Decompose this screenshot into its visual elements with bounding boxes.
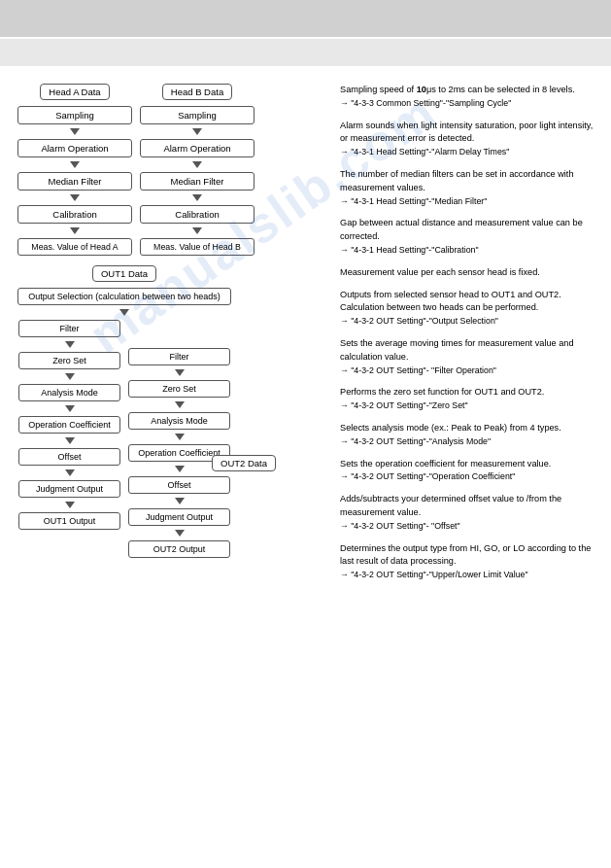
desc-offset-ref: → "4-3-2 OUT Setting"- "Offset" xyxy=(340,521,460,531)
out-output-selection: Output Selection (calculation between tw… xyxy=(17,288,231,305)
out1-judgment: Judgment Output xyxy=(18,480,120,498)
out1-column: OUT1 Data Output Selection (calculation … xyxy=(17,265,231,558)
desc-alarm: Alarm sounds when light intensity satura… xyxy=(340,120,594,159)
arrow-down-12 xyxy=(65,405,75,412)
arrow-down-21 xyxy=(175,530,185,537)
out1-output: OUT1 Output xyxy=(18,512,120,530)
head-a-calibration: Calibration xyxy=(17,205,132,224)
head-b-column: Head B Data Sampling Alarm Operation Med… xyxy=(140,84,255,256)
page-header xyxy=(0,0,611,37)
arrow-down-19 xyxy=(175,466,185,472)
out2-filter: Filter xyxy=(128,348,230,365)
out1-operation-coeff: Operation Coefficient xyxy=(18,416,120,434)
desc-filter: Sets the average moving times for measur… xyxy=(340,337,594,377)
out-section: OUT1 Data Output Selection (calculation … xyxy=(17,265,328,558)
desc-output-sel-text: Outputs from selected sensor head to OUT… xyxy=(340,290,561,313)
desc-meas: Measurement value per each sensor head i… xyxy=(340,266,594,280)
meas-b: Meas. Value of Head B xyxy=(140,238,255,256)
right-panel: Sampling speed of 10μs to 2ms can be sel… xyxy=(328,84,594,591)
arrow-down-1 xyxy=(70,128,80,135)
desc-judgment-ref: → "4-3-2 OUT Setting"-"Upper/Lower Limit… xyxy=(340,570,528,579)
desc-alarm-text: Alarm sounds when light intensity satura… xyxy=(340,121,593,144)
desc-judgment-text: Determines the output type from HI, GO, … xyxy=(340,543,591,567)
head-a-sampling: Sampling xyxy=(17,106,132,124)
head-b-median: Median Filter xyxy=(140,172,255,191)
arrow-down-11 xyxy=(65,373,75,380)
desc-filter-text: Sets the average moving times for measur… xyxy=(340,338,574,362)
desc-op-coeff: Sets the operation coefficient for measu… xyxy=(340,458,594,485)
head-a-median: Median Filter xyxy=(17,172,132,191)
out2-analysis-mode: Analysis Mode xyxy=(128,412,230,430)
out1-filter: Filter xyxy=(18,320,120,337)
arrow-down-18 xyxy=(175,434,185,440)
out2-offset: Offset xyxy=(128,476,230,494)
desc-offset-text: Adds/subtracts your determined offset va… xyxy=(340,494,561,517)
desc-zero-set: Performs the zero set function for OUT1 … xyxy=(340,386,594,413)
desc-filter-ref: → "4-3-2 OUT Setting"- "Filter Operation… xyxy=(340,365,496,375)
out1-offset: Offset xyxy=(18,448,120,466)
desc-zero-set-text: Performs the zero set function for OUT1 … xyxy=(340,387,544,397)
arrow-down-10 xyxy=(65,341,75,348)
desc-calibration-text: Gap between actual distance and measurem… xyxy=(340,218,583,241)
out1-zero-set: Zero Set xyxy=(18,352,120,369)
head-a-alarm: Alarm Operation xyxy=(17,139,132,157)
desc-zero-set-ref: → "4-3-2 OUT Setting"-"Zero Set" xyxy=(340,400,468,410)
meas-a: Meas. Value of Head A xyxy=(17,238,132,256)
desc-analysis-text: Selects analysis mode (ex.: Peak to Peak… xyxy=(340,423,561,433)
desc-alarm-ref: → "4-3-1 Head Setting"-"Alarm Delay Time… xyxy=(340,147,509,156)
desc-median: The number of median filters can be set … xyxy=(340,168,594,208)
desc-op-coeff-text: Sets the operation coefficient for measu… xyxy=(340,459,551,469)
desc-meas-text: Measurement value per each sensor head i… xyxy=(340,267,540,277)
head-a-column: Head A Data Sampling Alarm Operation Med… xyxy=(17,84,132,256)
desc-calibration: Gap between actual distance and measurem… xyxy=(340,217,594,257)
head-b-alarm: Alarm Operation xyxy=(140,139,255,157)
arrow-down-17 xyxy=(175,401,185,408)
desc-median-ref: → "4-3-1 Head Setting"-"Median Filter" xyxy=(340,196,487,206)
out2-zero-set: Zero Set xyxy=(128,380,230,398)
desc-analysis-ref: → "4-3-2 OUT Setting"-"Analysis Mode" xyxy=(340,436,491,446)
desc-output-sel-ref: → "4-3-2 OUT Setting"-"Output Selection" xyxy=(340,316,498,326)
desc-output-sel: Outputs from selected sensor head to OUT… xyxy=(340,289,594,329)
desc-op-coeff-ref: → "4-3-2 OUT Setting"-"Operation Coeffic… xyxy=(340,471,515,481)
desc-offset: Adds/subtracts your determined offset va… xyxy=(340,493,594,533)
out2-label-overlay: OUT2 Data xyxy=(212,455,276,471)
arrow-down-14 xyxy=(65,469,75,476)
head-b-sampling: Sampling xyxy=(140,106,255,124)
arrow-down-6 xyxy=(192,161,202,168)
left-panel: Head A Data Sampling Alarm Operation Med… xyxy=(17,84,328,591)
arrow-down-16 xyxy=(175,369,185,376)
desc-analysis: Selects analysis mode (ex.: Peak to Peak… xyxy=(340,422,594,449)
head-section: Head A Data Sampling Alarm Operation Med… xyxy=(17,84,328,256)
arrow-down-15 xyxy=(65,502,75,508)
page-sub-header xyxy=(0,39,611,66)
desc-sampling-text: Sampling speed of 10μs to 2ms can be sel… xyxy=(340,85,575,94)
head-a-label: Head A Data xyxy=(40,84,109,100)
out1-label: OUT1 Data xyxy=(92,265,156,282)
arrow-down-9 xyxy=(119,309,129,316)
head-b-label: Head B Data xyxy=(162,84,232,100)
desc-sampling-ref: → "4-3-3 Common Setting"-"Sampling Cycle… xyxy=(340,98,511,108)
arrow-down-13 xyxy=(65,437,75,444)
out2-output: OUT2 Output xyxy=(128,540,230,558)
arrow-down-8 xyxy=(192,227,202,234)
arrow-down-3 xyxy=(70,194,80,201)
desc-median-text: The number of median filters can be set … xyxy=(340,169,574,192)
desc-calibration-ref: → "4-3-1 Head Setting"-"Calibration" xyxy=(340,245,479,255)
out1-analysis-mode: Analysis Mode xyxy=(18,384,120,401)
arrow-down-7 xyxy=(192,194,202,201)
head-b-calibration: Calibration xyxy=(140,205,255,224)
desc-sampling: Sampling speed of 10μs to 2ms can be sel… xyxy=(340,84,594,111)
arrow-down-20 xyxy=(175,498,185,504)
out2-judgment: Judgment Output xyxy=(128,508,230,526)
arrow-down-4 xyxy=(70,227,80,234)
arrow-down-2 xyxy=(70,161,80,168)
desc-judgment: Determines the output type from HI, GO, … xyxy=(340,542,594,582)
arrow-down-5 xyxy=(192,128,202,135)
